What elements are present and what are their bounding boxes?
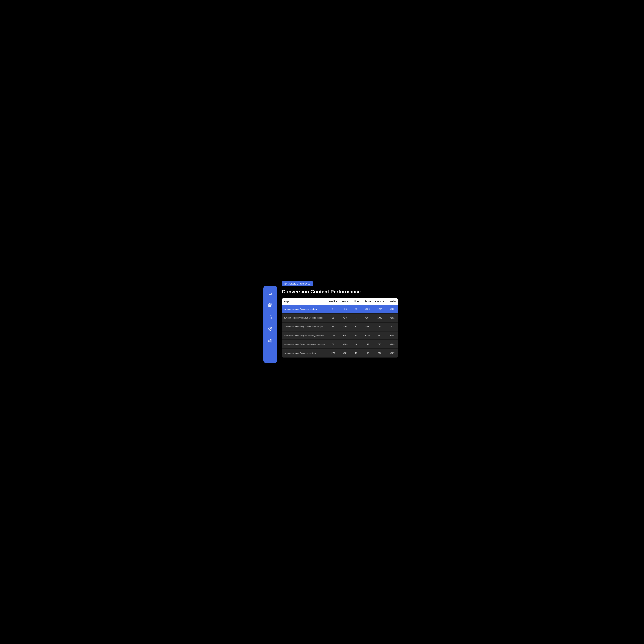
- date-range-text: January 1 - January 31: [288, 283, 310, 285]
- cell-lead-delta: +191: [386, 313, 398, 322]
- svg-rect-20: [270, 339, 271, 342]
- cell-position: 104: [327, 331, 340, 340]
- cell-position: 279: [327, 349, 340, 357]
- cell-page: awesomesite.com/blog/seo-strategy: [282, 349, 327, 357]
- cell-page: awesomesite.com/blog/conversion-rate-tip…: [282, 322, 327, 331]
- svg-line-18: [269, 329, 270, 330]
- calendar-icon[interactable]: [267, 302, 273, 308]
- svg-point-0: [269, 292, 272, 295]
- table-row[interactable]: awesomesite.com/blog/seo-strategy279+321…: [282, 349, 398, 357]
- table-row[interactable]: awesomesite.com/blog/create-awesome-site…: [282, 340, 398, 349]
- cell-leads: 1284: [373, 305, 386, 313]
- cell-clicks: 19: [351, 322, 361, 331]
- cell-leads: 553: [373, 349, 386, 357]
- col-click-delta: Click Δ: [361, 298, 373, 305]
- cell-pos-delta: +245: [340, 313, 351, 322]
- col-lead-delta: Lead Δ: [386, 298, 398, 305]
- svg-rect-30: [286, 284, 286, 285]
- svg-rect-6: [269, 305, 270, 306]
- svg-rect-29: [285, 284, 285, 285]
- svg-rect-26: [285, 284, 285, 284]
- cell-lead-delta: +203: [386, 340, 398, 349]
- col-position: Position: [327, 298, 340, 305]
- sidebar: [263, 286, 277, 363]
- table-header-row: Page Position Pos. Δ Clicks Click Δ Lead…: [282, 298, 398, 305]
- search-icon[interactable]: [267, 290, 273, 297]
- cell-click-delta: +226: [361, 305, 373, 313]
- document-icon[interactable]: [267, 314, 273, 320]
- cell-clicks: 31: [351, 331, 361, 340]
- cell-click-delta: +42: [361, 340, 373, 349]
- cell-position: 32: [327, 340, 340, 349]
- cell-pos-delta: +103: [340, 340, 351, 349]
- table-row[interactable]: awesomesite.com/blog/saas-strategy24-952…: [282, 305, 398, 313]
- cell-lead-delta: +239: [386, 305, 398, 313]
- cell-pos-delta: -95: [340, 305, 351, 313]
- cell-clicks: 22: [351, 305, 361, 313]
- svg-rect-27: [286, 284, 286, 284]
- cell-leads: 1045: [373, 313, 386, 322]
- cell-leads: 792: [373, 331, 386, 340]
- sort-icon: ▼: [383, 301, 384, 302]
- cell-leads: 627: [373, 340, 386, 349]
- svg-rect-8: [271, 305, 271, 306]
- cell-lead-delta: -87: [386, 322, 398, 331]
- cell-clicks: 13: [351, 349, 361, 357]
- svg-rect-21: [271, 339, 272, 342]
- table-row[interactable]: awesomesite.com/blog/seo-strategy-for-sa…: [282, 331, 398, 340]
- col-leads[interactable]: Leads ▼: [373, 298, 386, 305]
- cell-click-delta: +95: [361, 349, 373, 357]
- screen-wrapper: January 1 - January 31 Conversion Conten…: [259, 275, 385, 369]
- svg-rect-28: [286, 284, 286, 284]
- performance-table: Page Position Pos. Δ Clicks Click Δ Lead…: [282, 298, 398, 358]
- cell-page: awesomesite.com/blog/create-awesome-site…: [282, 340, 327, 349]
- svg-rect-10: [270, 306, 270, 307]
- col-page: Page: [282, 298, 327, 305]
- page-title: Conversion Content Performance: [282, 289, 398, 295]
- cell-position: 24: [327, 305, 340, 313]
- cell-lead-delta: +127: [386, 349, 398, 357]
- col-clicks: Clicks: [351, 298, 361, 305]
- cell-position: 52: [327, 313, 340, 322]
- table-scroll-area[interactable]: Page Position Pos. Δ Clicks Click Δ Lead…: [282, 298, 398, 358]
- cell-page: awesomesite.com/blog/b2b-website-designs: [282, 313, 327, 322]
- svg-rect-19: [268, 340, 269, 342]
- cell-page: awesomesite.com/blog/seo-strategy-for-sa…: [282, 331, 327, 340]
- svg-rect-9: [269, 306, 270, 307]
- cell-pos-delta: +587: [340, 331, 351, 340]
- svg-rect-7: [270, 305, 270, 306]
- table-row[interactable]: awesomesite.com/blog/conversion-rate-tip…: [282, 322, 398, 331]
- cell-position: 49: [327, 322, 340, 331]
- main-content: January 1 - January 31 Conversion Conten…: [277, 281, 398, 363]
- cell-pos-delta: +82: [340, 322, 351, 331]
- cell-clicks: 8: [351, 340, 361, 349]
- bar-chart-icon[interactable]: [267, 337, 273, 344]
- cell-click-delta: +104: [361, 313, 373, 322]
- cell-click-delta: +226: [361, 331, 373, 340]
- cell-clicks: 5: [351, 313, 361, 322]
- cell-leads: 954: [373, 322, 386, 331]
- col-pos-delta: Pos. Δ: [340, 298, 351, 305]
- cell-lead-delta: +104: [386, 331, 398, 340]
- svg-line-1: [271, 294, 272, 295]
- cell-page: awesomesite.com/blog/saas-strategy: [282, 305, 327, 313]
- analytics-icon[interactable]: [267, 326, 273, 332]
- date-range-badge[interactable]: January 1 - January 31: [282, 281, 313, 286]
- cell-click-delta: +75: [361, 322, 373, 331]
- table-container: Page Position Pos. Δ Clicks Click Δ Lead…: [282, 298, 398, 358]
- cell-pos-delta: +321: [340, 349, 351, 357]
- table-row[interactable]: awesomesite.com/blog/b2b-website-designs…: [282, 313, 398, 322]
